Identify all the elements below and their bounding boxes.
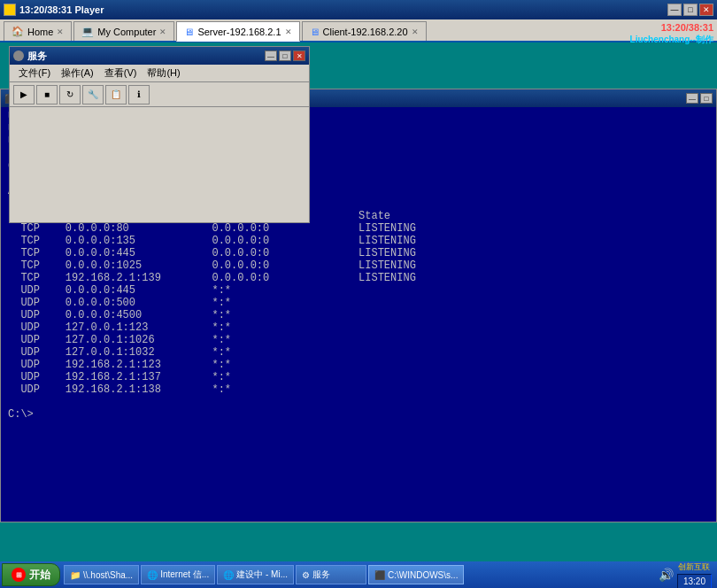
author-text: Liuchenchang--制作 bbox=[630, 34, 713, 45]
minimize-button[interactable]: — bbox=[667, 4, 682, 16]
time-display: 13:20/38:31 Liuchenchang--制作 bbox=[630, 19, 713, 45]
toolbar-btn-6[interactable]: ℹ bbox=[128, 85, 150, 104]
menu-file[interactable]: 文件(F) bbox=[13, 66, 56, 80]
title-bar: 13:20/38:31 Player — □ ✕ bbox=[0, 0, 717, 19]
taskbar-right: 🔊 创新互联 13:20 bbox=[653, 561, 717, 589]
title-bar-title: 13:20/38:31 Player bbox=[19, 4, 104, 15]
tab-client-close[interactable]: ✕ bbox=[412, 27, 419, 36]
services-window: 服务 — □ ✕ 文件(F) 操作(A) 查看(V) 帮助(H) ▶ ■ ↻ 🔧… bbox=[9, 46, 310, 223]
services-taskbar-icon: ⚙ bbox=[302, 570, 310, 580]
taskbar-item-4[interactable]: ⬛ C:\WINDOWS\s... bbox=[368, 565, 464, 584]
taskbar-item-0[interactable]: 📁 \\.host\Sha... bbox=[64, 565, 139, 584]
taskbar-items: 📁 \\.host\Sha... 🌐 Internet 信... 🌐 建设中 -… bbox=[60, 565, 653, 584]
tab-client[interactable]: 🖥 Client-192.168.2.20 ✕ bbox=[302, 21, 427, 41]
services-controls: — □ ✕ bbox=[265, 50, 305, 61]
tray-label: 创新互联 bbox=[678, 561, 710, 573]
toolbar-btn-5[interactable]: 📋 bbox=[105, 85, 127, 104]
windows-icon: ⊞ bbox=[12, 568, 26, 582]
services-icon bbox=[13, 50, 24, 61]
maximize-button[interactable]: □ bbox=[683, 4, 698, 16]
services-maximize[interactable]: □ bbox=[279, 50, 291, 61]
taskbar: ⊞ 开始 📁 \\.host\Sha... 🌐 Internet 信... 🌐 … bbox=[0, 561, 717, 588]
services-toolbar: ▶ ■ ↻ 🔧 📋 ℹ bbox=[10, 82, 309, 107]
tab-server-close[interactable]: ✕ bbox=[285, 27, 292, 36]
tab-home-close[interactable]: ✕ bbox=[57, 27, 64, 36]
tab-bar: 🏠 Home ✕ 💻 My Computer ✕ 🖥 Server-192.16… bbox=[0, 19, 717, 43]
toolbar-btn-2[interactable]: ■ bbox=[36, 85, 58, 104]
title-bar-left: 13:20/38:31 Player bbox=[4, 4, 104, 16]
services-menu-bar: 文件(F) 操作(A) 查看(V) 帮助(H) bbox=[10, 65, 309, 82]
folder-icon: 📁 bbox=[70, 570, 81, 580]
taskbar-item-2[interactable]: 🌐 建设中 - Mi... bbox=[217, 565, 294, 584]
toolbar-btn-4[interactable]: 🔧 bbox=[82, 85, 104, 104]
tab-home[interactable]: 🏠 Home ✕ bbox=[4, 21, 72, 41]
start-button[interactable]: ⊞ 开始 bbox=[2, 563, 60, 586]
taskbar-clock: 13:20 bbox=[677, 574, 712, 589]
toolbar-btn-3[interactable]: ↻ bbox=[59, 85, 81, 104]
tray-icon-1: 🔊 bbox=[659, 568, 674, 582]
tab-server[interactable]: 🖥 Server-192.168.2.1 ✕ bbox=[176, 21, 299, 42]
time-text: 13:20/38:31 bbox=[630, 21, 713, 34]
menu-help[interactable]: 帮助(H) bbox=[142, 66, 185, 80]
services-title: 服务 bbox=[13, 50, 47, 63]
toolbar-btn-1[interactable]: ▶ bbox=[13, 85, 35, 104]
taskbar-item-1[interactable]: 🌐 Internet 信... bbox=[141, 565, 215, 584]
cmd-controls: — □ bbox=[686, 93, 713, 104]
ie-icon-0: 🌐 bbox=[147, 570, 158, 580]
services-minimize[interactable]: — bbox=[265, 50, 277, 61]
cmd-minimize[interactable]: — bbox=[686, 93, 698, 104]
tab-my-computer[interactable]: 💻 My Computer ✕ bbox=[73, 21, 174, 41]
services-close[interactable]: ✕ bbox=[293, 50, 305, 61]
services-title-bar: 服务 — □ ✕ bbox=[10, 47, 309, 65]
taskbar-item-3[interactable]: ⚙ 服务 bbox=[296, 565, 366, 584]
tab-mycomputer-close[interactable]: ✕ bbox=[159, 27, 166, 36]
cmd-taskbar-icon: ⬛ bbox=[374, 570, 385, 580]
close-button[interactable]: ✕ bbox=[699, 4, 713, 16]
menu-action[interactable]: 操作(A) bbox=[56, 66, 99, 80]
player-icon bbox=[4, 4, 16, 16]
ie-icon-1: 🌐 bbox=[223, 570, 234, 580]
title-bar-controls: — □ ✕ bbox=[667, 4, 713, 16]
cmd-maximize[interactable]: □ bbox=[700, 93, 713, 104]
menu-view[interactable]: 查看(V) bbox=[99, 66, 143, 80]
